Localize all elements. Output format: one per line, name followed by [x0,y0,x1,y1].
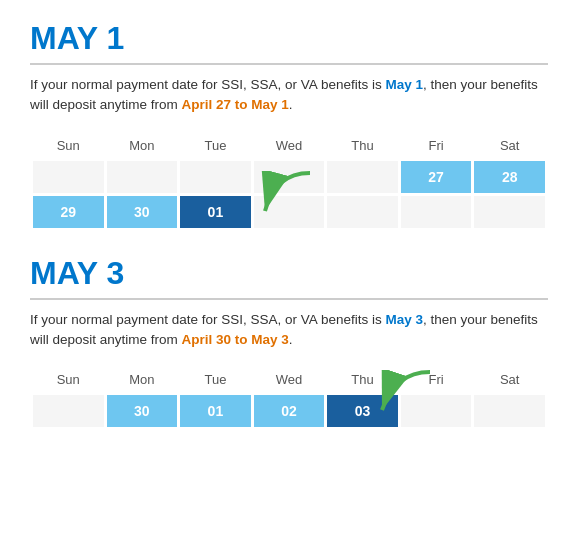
cal1-cell-27: 27 [401,161,472,193]
section2-highlight-range: April 30 to May 3 [182,332,289,347]
cal1-cell-01: 01 [180,196,251,228]
calendar2-wrap: Sun Mon Tue Wed Thu Fri Sat 30 01 02 03 [30,364,548,430]
cal1-cell-29: 29 [33,196,104,228]
arrow1 [255,171,315,229]
cal1-header-tue: Tue [180,133,251,158]
cal2-header-sat: Sat [474,367,545,392]
cal2-cell-30: 30 [107,395,178,427]
section2-description: If your normal payment date for SSI, SSA… [30,310,548,351]
cal1-cell [327,196,398,228]
cal1-cell [33,161,104,193]
cal1-cell [107,161,178,193]
cal2-header-tue: Tue [180,367,251,392]
section2-title: MAY 3 [30,255,548,300]
calendar2: Sun Mon Tue Wed Thu Fri Sat 30 01 02 03 [30,364,548,430]
cal2-header-wed: Wed [254,367,325,392]
cal1-header-thu: Thu [327,133,398,158]
section1-description: If your normal payment date for SSI, SSA… [30,75,548,116]
section1-title: MAY 1 [30,20,548,65]
cal1-header-mon: Mon [107,133,178,158]
cal2-header-sun: Sun [33,367,104,392]
cal1-header-sun: Sun [33,133,104,158]
table-row: 30 01 02 03 [33,395,545,427]
cal2-cell-01: 01 [180,395,251,427]
arrow2 [370,370,435,428]
cal1-cell [180,161,251,193]
cal1-header-fri: Fri [401,133,472,158]
calendar1-wrap: Sun Mon Tue Wed Thu Fri Sat 27 28 [30,130,548,231]
cal1-header-sat: Sat [474,133,545,158]
cal1-cell [327,161,398,193]
cal2-cell [474,395,545,427]
cal2-cell [33,395,104,427]
cal1-header-wed: Wed [254,133,325,158]
section-may3: MAY 3 If your normal payment date for SS… [30,255,548,431]
cal2-header-mon: Mon [107,367,178,392]
section1-highlight-date: May 1 [385,77,423,92]
cal1-cell [401,196,472,228]
section2-highlight-date: May 3 [385,312,423,327]
cal1-cell-30: 30 [107,196,178,228]
section1-highlight-range: April 27 to May 1 [182,97,289,112]
cal1-cell-28: 28 [474,161,545,193]
cal1-cell [474,196,545,228]
cal2-cell-02: 02 [254,395,325,427]
section-may1: MAY 1 If your normal payment date for SS… [30,20,548,231]
